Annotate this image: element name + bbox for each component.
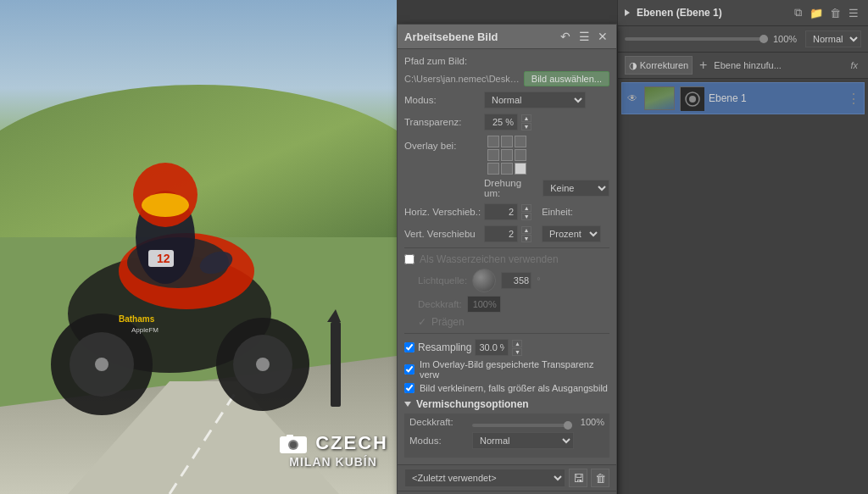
- save-preset-btn[interactable]: 🖫: [569, 469, 587, 487]
- arbeitsebene-dialog: Arbeitsebene Bild ↶ ☰ ✕ Pfad zum Bild: C…: [397, 24, 617, 494]
- dialog-back-btn[interactable]: ↶: [559, 30, 572, 43]
- svg-text:AppleFM: AppleFM: [131, 326, 159, 334]
- drehung-label: Drehung um:: [484, 178, 539, 198]
- lichtquelle-row: Lichtquelle: °: [404, 269, 609, 292]
- wasserzeichen-check[interactable]: [404, 254, 415, 264]
- overlay-right-group: Drehung um: Keine: [484, 136, 609, 198]
- photographer-name: MILAN KUBÍN: [278, 455, 388, 469]
- modus-label: Modus:: [404, 95, 481, 105]
- grid-cell-6[interactable]: [487, 163, 499, 175]
- add-layer-label: Ebene hinzufu...: [714, 60, 843, 70]
- horiz-input[interactable]: [484, 203, 518, 220]
- bild-verkleinern-check[interactable]: [404, 383, 415, 393]
- layers-header-icons: ⧉ 📁 🗑 ☰: [790, 5, 861, 20]
- vermischung-title: Vermischungsoptionen: [416, 398, 529, 410]
- resampling-up[interactable]: ▲: [512, 340, 522, 347]
- transparenz-up[interactable]: ▲: [521, 114, 531, 122]
- verm-deckkraft-slider[interactable]: [472, 424, 572, 427]
- grid-cell-8[interactable]: [515, 163, 526, 175]
- resampling-row: Resampling ▲ ▼: [404, 339, 609, 356]
- einheit-select[interactable]: Prozent: [542, 225, 601, 242]
- path-value: C:\Users\jan.nemec\Desktop\...: [404, 74, 520, 84]
- verm-modus-label: Modus:: [409, 436, 469, 446]
- horiz-up[interactable]: ▲: [521, 204, 531, 212]
- new-layer-icon[interactable]: ⧉: [790, 5, 805, 20]
- fx-btn[interactable]: fx: [847, 60, 861, 70]
- resampling-spinner: ▲ ▼: [512, 340, 522, 356]
- scene-svg: 12 Bathams AppleFM: [0, 0, 397, 494]
- vert-up[interactable]: ▲: [521, 226, 531, 234]
- grid-cell-1[interactable]: [501, 136, 513, 147]
- drehung-select[interactable]: Keine: [542, 180, 609, 197]
- layers-toolbar: ◑ Korrekturen + Ebene hinzufu... fx: [618, 53, 868, 79]
- overlay-label: Overlay bei:: [404, 141, 481, 151]
- choose-file-btn[interactable]: Bild auswählen...: [524, 71, 609, 86]
- layer-item[interactable]: 👁 Ebene 1 ⋮: [621, 82, 865, 114]
- layer-options-btn[interactable]: ⋮: [847, 91, 860, 107]
- overlay-row: Overlay bei: Drehung um: Keine: [404, 136, 609, 198]
- grid-cell-2[interactable]: [515, 136, 526, 147]
- grid-cell-7[interactable]: [501, 163, 513, 175]
- folder-icon[interactable]: 📁: [809, 5, 824, 20]
- dialog-menu-btn[interactable]: ☰: [577, 30, 591, 43]
- modus-select[interactable]: Normal: [484, 92, 586, 108]
- path-value-row: C:\Users\jan.nemec\Desktop\... Bild ausw…: [404, 71, 609, 86]
- verm-modus-select[interactable]: Normal: [472, 432, 574, 449]
- opacity-thumb: [760, 35, 768, 43]
- overlay-transparenz-check[interactable]: [404, 364, 415, 375]
- bild-verkleinern-row: Bild verkleinern, falls größer als Ausga…: [404, 383, 609, 393]
- resampling-input[interactable]: [475, 339, 509, 356]
- opacity-value: 100%: [773, 34, 800, 44]
- verm-deckkraft-label: Deckkraft:: [409, 417, 469, 427]
- layer-mask-thumbnail: [680, 86, 704, 110]
- overlay-transparenz-label: Im Overlay-Bild gespeicherte Transparenz…: [420, 359, 609, 380]
- opacity-slider[interactable]: [625, 37, 768, 41]
- resampling-down[interactable]: ▼: [512, 348, 522, 356]
- corrections-btn[interactable]: ◑ Korrekturen: [625, 56, 693, 75]
- wasserzeichen-label: Als Wasserzeichen verwenden: [420, 253, 559, 265]
- layers-list: 👁 Ebene 1 ⋮: [618, 79, 868, 494]
- opacity-row: 100% Normal: [618, 26, 868, 53]
- grid-cell-3[interactable]: [487, 149, 499, 161]
- grid-cell-0[interactable]: [487, 136, 499, 147]
- horiz-row: Horiz. Verschieb.: ▲ ▼ Einheit:: [404, 203, 609, 220]
- vermischung-chevron: [404, 402, 411, 407]
- grid-cell-5[interactable]: [515, 149, 526, 161]
- dialog-title: Arbeitsebene Bild: [404, 31, 498, 43]
- svg-text:12: 12: [157, 252, 170, 265]
- transparenz-row: Transparenz: ▲ ▼: [404, 114, 609, 130]
- overlay-grid: [487, 136, 609, 175]
- transparenz-down[interactable]: ▼: [521, 123, 531, 130]
- transparenz-input[interactable]: [484, 114, 518, 130]
- delete-layer-icon[interactable]: 🗑: [827, 5, 843, 20]
- corrections-icon: ◑: [629, 60, 637, 71]
- horiz-down[interactable]: ▼: [521, 213, 531, 220]
- path-row: Pfad zum Bild:: [404, 56, 609, 66]
- vert-label: Vert. Verschiebu: [404, 229, 481, 239]
- add-layer-plus[interactable]: +: [696, 58, 710, 73]
- vermischung-header[interactable]: Vermischungsoptionen: [404, 398, 609, 410]
- drehung-group: Drehung um: Keine: [484, 178, 609, 198]
- praegen-row: ✓ Prägen: [404, 316, 609, 328]
- corrections-label: Korrekturen: [640, 60, 688, 70]
- divider-2: [404, 333, 609, 334]
- delete-preset-btn[interactable]: 🗑: [591, 469, 609, 487]
- lichtquelle-input[interactable]: [501, 272, 531, 289]
- svg-point-31: [689, 96, 696, 103]
- deckkraft-disabled-row: Deckkraft:: [404, 296, 609, 313]
- preset-select[interactable]: <Zuletzt verwendet>: [404, 469, 565, 487]
- dialog-close-btn[interactable]: ✕: [596, 30, 609, 43]
- layers-menu-icon[interactable]: ☰: [846, 5, 861, 20]
- vert-down[interactable]: ▼: [521, 235, 531, 242]
- verm-deckkraft-row: Deckkraft: 100%: [409, 417, 604, 427]
- layer-thumb-inner: [645, 87, 674, 109]
- grid-cell-4[interactable]: [501, 149, 513, 161]
- layers-collapse-icon[interactable]: [625, 9, 630, 16]
- layer-visibility-toggle[interactable]: 👁: [626, 92, 639, 105]
- resampling-check[interactable]: [404, 342, 415, 352]
- lichtquelle-knob[interactable]: [472, 269, 496, 292]
- vert-input[interactable]: [484, 225, 518, 242]
- svg-point-17: [142, 193, 189, 217]
- layer-mode-select[interactable]: Normal: [805, 31, 861, 47]
- vermischung-section: Deckkraft: 100% Modus: Normal: [404, 414, 609, 458]
